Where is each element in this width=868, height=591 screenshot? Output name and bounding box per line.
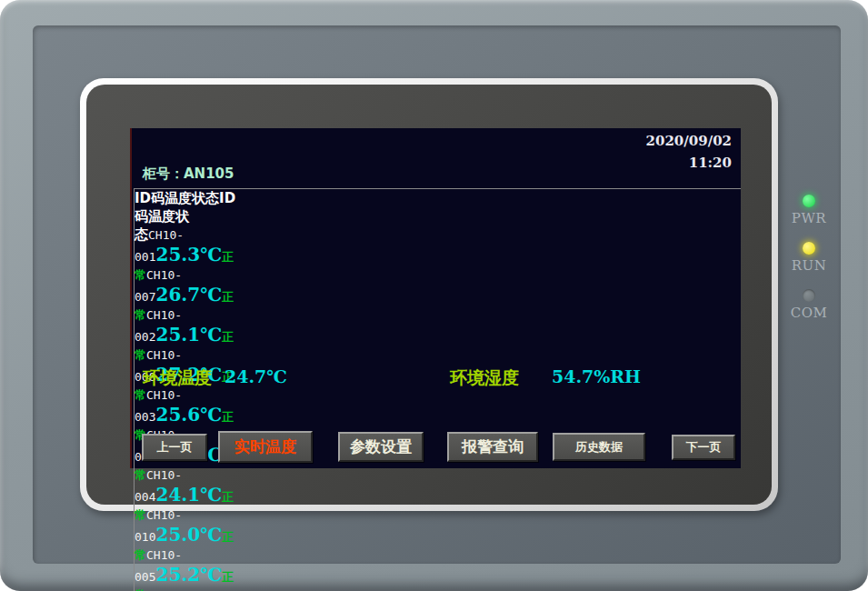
realtime-temp-button[interactable]: 实时温度: [218, 431, 313, 463]
pwr-indicator: PWR: [782, 195, 836, 226]
alarm-query-button[interactable]: 报警查询: [447, 432, 538, 462]
next-page-button[interactable]: 下一页: [672, 435, 735, 460]
param-settings-button[interactable]: 参数设置: [338, 432, 424, 462]
pwr-led-label: PWR: [782, 210, 836, 226]
prev-page-button[interactable]: 上一页: [142, 434, 207, 461]
run-led-icon: [803, 242, 815, 255]
date-display: 2020/09/02: [646, 133, 732, 149]
pwr-led-icon: [803, 195, 815, 207]
time-display: 11:20: [689, 155, 732, 171]
env-humidity-label: 环境湿度: [450, 366, 519, 390]
cabinet-id-label: 柜号：AN105: [143, 165, 234, 183]
history-data-button[interactable]: 历史数据: [553, 433, 645, 461]
com-indicator: COM: [782, 289, 836, 321]
env-temp-value: 24.7℃: [224, 366, 287, 386]
com-led-label: COM: [782, 305, 836, 321]
run-led-label: RUN: [782, 257, 836, 274]
env-temp-label: 环境温度: [143, 366, 212, 390]
lcd-display: 2020/09/02 11:20 柜号：AN105 ID码温度状态ID码温度状态…: [130, 128, 741, 468]
env-humidity-value: 54.7%RH: [552, 366, 641, 386]
com-led-icon: [803, 289, 815, 302]
run-indicator: RUN: [782, 242, 836, 274]
device-case: 2020/09/02 11:20 柜号：AN105 ID码温度状态ID码温度状态…: [0, 0, 868, 591]
hmi-panel: 2020/09/02 11:20 柜号：AN105 ID码温度状态ID码温度状态…: [0, 0, 868, 591]
environment-row: 环境温度 24.7℃ 环境湿度 54.7%RH: [132, 366, 741, 394]
